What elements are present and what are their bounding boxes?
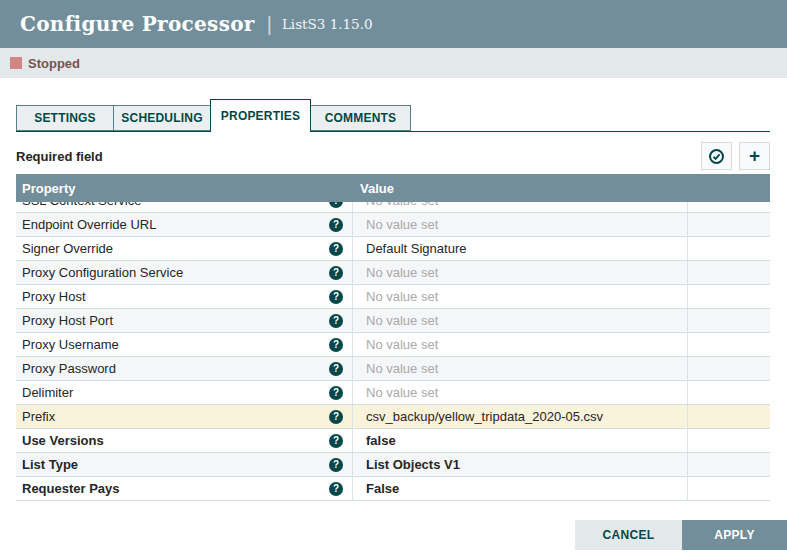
row-extra-cell [687,285,770,308]
help-icon[interactable]: ? [329,482,343,496]
table-row[interactable]: SSL Context Service ? No value set [16,202,770,213]
property-name: Use Versions [22,433,104,448]
help-icon[interactable]: ? [329,242,343,256]
help-icon[interactable]: ? [329,410,343,424]
property-name: Requester Pays [22,481,120,496]
property-value[interactable]: No value set [366,289,438,304]
tab-properties[interactable]: PROPERTIES [210,99,311,132]
tab-scheduling-label: SCHEDULING [121,111,202,125]
help-icon[interactable]: ? [329,266,343,280]
property-name: Proxy Host [22,289,86,304]
dialog-header: Configure Processor | ListS3 1.15.0 [0,0,787,48]
dialog-title: Configure Processor [20,12,255,36]
property-name: Signer Override [22,241,113,256]
row-extra-cell [687,237,770,260]
processor-name-version: ListS3 1.15.0 [282,16,373,32]
help-icon[interactable]: ? [329,290,343,304]
help-icon[interactable]: ? [329,314,343,328]
status-bar: Stopped [0,48,787,78]
table-row[interactable]: Prefix ? csv_backup/yellow_tripdata_2020… [16,405,770,429]
row-extra-cell [687,333,770,356]
plus-icon: + [749,146,760,165]
row-extra-cell [687,357,770,380]
properties-toolbar: Required field + [16,141,770,171]
help-icon[interactable]: ? [329,362,343,376]
table-row[interactable]: Endpoint Override URL ? No value set [16,213,770,237]
row-extra-cell [687,309,770,332]
property-name: Proxy Username [22,337,119,352]
title-divider: | [267,13,272,36]
table-row[interactable]: Signer Override ? Default Signature [16,237,770,261]
row-extra-cell [687,429,770,452]
help-icon[interactable]: ? [329,386,343,400]
dialog-footer: CANCEL APPLY [575,520,787,550]
property-name: Proxy Configuration Service [22,265,183,280]
tab-bar: SETTINGS SCHEDULING PROPERTIES COMMENTS [16,97,770,132]
row-extra-cell [687,405,770,428]
property-value[interactable]: No value set [366,385,438,400]
tab-properties-label: PROPERTIES [221,109,300,123]
tab-settings-label: SETTINGS [34,111,96,125]
property-name: Delimiter [22,385,73,400]
property-value[interactable]: csv_backup/yellow_tripdata_2020-05.csv [366,409,603,424]
configure-processor-dialog: Configure Processor | ListS3 1.15.0 Stop… [0,0,787,554]
tab-comments[interactable]: COMMENTS [311,105,411,131]
property-value[interactable]: No value set [366,217,438,232]
property-value[interactable]: Default Signature [366,241,466,256]
property-value[interactable]: No value set [366,337,438,352]
table-row[interactable]: Proxy Host ? No value set [16,285,770,309]
column-header-value: Value [352,181,687,196]
status-label: Stopped [28,56,80,71]
property-value[interactable]: False [366,481,399,496]
table-row[interactable]: List Type ? List Objects V1 [16,453,770,477]
help-icon[interactable]: ? [329,218,343,232]
table-row[interactable]: Proxy Password ? No value set [16,357,770,381]
row-extra-cell [687,261,770,284]
table-row[interactable]: Delimiter ? No value set [16,381,770,405]
check-circle-icon [708,148,725,165]
property-value[interactable]: List Objects V1 [366,457,460,472]
tab-scheduling[interactable]: SCHEDULING [113,105,210,131]
table-row[interactable]: Proxy Configuration Service ? No value s… [16,261,770,285]
apply-button[interactable]: APPLY [682,520,787,550]
table-row[interactable]: Use Versions ? false [16,429,770,453]
tab-comments-label: COMMENTS [325,111,397,125]
cancel-button[interactable]: CANCEL [575,520,682,550]
row-extra-cell [687,381,770,404]
table-scroll-viewport[interactable]: SSL Context Service ? No value set Endpo… [16,202,770,501]
property-name: List Type [22,457,78,472]
property-value[interactable]: No value set [366,265,438,280]
row-extra-cell [687,453,770,476]
column-header-property: Property [16,181,352,196]
property-value[interactable]: No value set [366,313,438,328]
property-name: SSL Context Service [22,202,141,208]
row-extra-cell [687,477,770,500]
property-name: Proxy Host Port [22,313,113,328]
properties-table: Property Value SSL Context Service ? No … [16,174,770,501]
property-name: Prefix [22,409,55,424]
table-row[interactable]: Proxy Host Port ? No value set [16,309,770,333]
verify-properties-button[interactable] [701,142,732,170]
help-icon[interactable]: ? [329,202,343,208]
table-row[interactable]: Proxy Username ? No value set [16,333,770,357]
stopped-status-icon [10,57,22,69]
required-field-label: Required field [16,149,103,164]
property-value[interactable]: No value set [366,202,438,208]
add-property-button[interactable]: + [739,142,770,170]
row-extra-cell [687,213,770,236]
row-extra-cell [687,202,770,212]
help-icon[interactable]: ? [329,338,343,352]
property-value[interactable]: No value set [366,361,438,376]
help-icon[interactable]: ? [329,434,343,448]
property-name: Proxy Password [22,361,116,376]
table-row[interactable]: Requester Pays ? False [16,477,770,501]
property-value[interactable]: false [366,433,396,448]
tab-settings[interactable]: SETTINGS [16,105,113,131]
help-icon[interactable]: ? [329,458,343,472]
property-name: Endpoint Override URL [22,217,156,232]
table-header: Property Value [16,174,770,202]
